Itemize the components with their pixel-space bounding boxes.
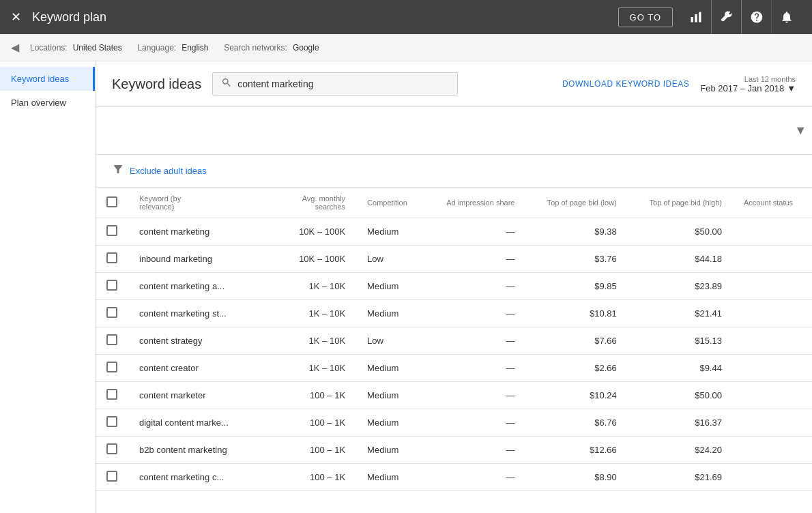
row-checkbox-0[interactable]	[106, 225, 117, 236]
row-checkbox-1[interactable]	[106, 252, 117, 263]
row-checkbox-4[interactable]	[106, 334, 117, 345]
row-ad-impression-0: —	[425, 218, 525, 246]
row-checkbox-5[interactable]	[106, 362, 117, 372]
row-keyword-7: digital content marke...	[128, 409, 280, 437]
date-range-select[interactable]: Feb 2017 – Jan 2018 ▼	[700, 83, 796, 93]
row-bid-low-6: $10.24	[525, 382, 627, 409]
row-account-4	[733, 327, 812, 355]
collapse-button[interactable]: ◀	[11, 41, 19, 54]
row-avg-3: 1K – 10K	[280, 300, 356, 327]
select-all-checkbox[interactable]	[106, 196, 117, 207]
row-competition-1: Low	[356, 246, 425, 273]
row-avg-8: 100 – 1K	[280, 437, 356, 464]
sidebar-item-keyword-ideas[interactable]: Keyword ideas	[0, 67, 95, 91]
separator-2	[214, 43, 219, 53]
row-bid-high-6: $50.00	[628, 382, 733, 409]
row-bid-low-5: $2.66	[525, 355, 627, 382]
svg-rect-0	[691, 17, 693, 23]
row-keyword-1: inbound marketing	[128, 246, 280, 273]
row-ad-impression-8: —	[425, 437, 525, 464]
row-checkbox-8[interactable]	[106, 443, 117, 454]
filter-bar: Exclude adult ideas	[96, 155, 812, 188]
row-keyword-2: content marketing a...	[128, 273, 280, 300]
row-bid-low-1: $3.76	[525, 246, 627, 273]
row-account-9	[733, 464, 812, 491]
row-bid-low-4: $7.66	[525, 327, 627, 355]
row-ad-impression-6: —	[425, 382, 525, 409]
row-checkbox-cell	[96, 437, 128, 464]
row-competition-2: Medium	[356, 273, 425, 300]
table-row: content marketer 100 – 1K Medium — $10.2…	[96, 382, 812, 409]
row-checkbox-cell	[96, 355, 128, 382]
row-bid-high-7: $16.37	[628, 409, 733, 437]
table-row: content marketing st... 1K – 10K Medium …	[96, 300, 812, 327]
search-box[interactable]	[212, 72, 458, 96]
header-account-status: Account status	[733, 188, 812, 218]
row-account-6	[733, 382, 812, 409]
row-avg-4: 1K – 10K	[280, 327, 356, 355]
row-checkbox-3[interactable]	[106, 307, 117, 318]
goto-button[interactable]: GO TO	[618, 8, 673, 27]
row-checkbox-9[interactable]	[106, 471, 117, 482]
search-input[interactable]	[237, 78, 449, 89]
row-ad-impression-7: —	[425, 409, 525, 437]
row-competition-5: Medium	[356, 355, 425, 382]
help-icon-button[interactable]	[741, 0, 771, 34]
chart-collapse-button[interactable]: ▼	[794, 123, 807, 138]
chevron-down-icon: ▼	[787, 83, 796, 93]
table-row: content marketing 10K – 100K Medium — $9…	[96, 218, 812, 246]
table-header-row: Keyword (byrelevance) Avg. monthlysearch…	[96, 188, 812, 218]
table-row: digital content marke... 100 – 1K Medium…	[96, 409, 812, 437]
bell-icon-button[interactable]	[771, 0, 801, 34]
separator-1	[128, 43, 132, 53]
row-bid-high-2: $23.89	[628, 273, 733, 300]
exclude-adult-ideas-link[interactable]: Exclude adult ideas	[130, 166, 207, 176]
header-bid-low: Top of page bid (low)	[525, 188, 627, 218]
table-row: b2b content marketing 100 – 1K Medium — …	[96, 437, 812, 464]
row-avg-7: 100 – 1K	[280, 409, 356, 437]
row-ad-impression-4: —	[425, 327, 525, 355]
table-row: content marketing a... 1K – 10K Medium —…	[96, 273, 812, 300]
chart-icon-button[interactable]	[681, 0, 711, 34]
row-competition-9: Medium	[356, 464, 425, 491]
top-header: ✕ Keyword plan GO TO	[0, 0, 812, 34]
filter-icon	[112, 163, 124, 179]
row-competition-7: Medium	[356, 409, 425, 437]
header-icons	[681, 0, 801, 34]
header-ad-impression: Ad impression share	[425, 188, 525, 218]
row-competition-4: Low	[356, 327, 425, 355]
download-button[interactable]: DOWNLOAD KEYWORD IDEAS	[562, 79, 689, 89]
date-range-value: Feb 2017 – Jan 2018	[700, 83, 784, 93]
row-checkbox-cell	[96, 409, 128, 437]
chart-area: ▼	[96, 107, 812, 155]
date-range-container: Last 12 months Feb 2017 – Jan 2018 ▼	[700, 75, 796, 93]
date-range-label: Last 12 months	[744, 75, 796, 83]
row-account-2	[733, 273, 812, 300]
row-competition-3: Medium	[356, 300, 425, 327]
wrench-icon-button[interactable]	[711, 0, 741, 34]
keywords-table: Keyword (byrelevance) Avg. monthlysearch…	[96, 188, 812, 491]
row-checkbox-7[interactable]	[106, 416, 117, 427]
keyword-ideas-header: Keyword ideas DOWNLOAD KEYWORD IDEAS Las…	[96, 61, 812, 107]
row-avg-2: 1K – 10K	[280, 273, 356, 300]
row-ad-impression-9: —	[425, 464, 525, 491]
sidebar-item-plan-overview[interactable]: Plan overview	[0, 91, 95, 115]
search-icon	[221, 77, 232, 91]
header-avg-monthly: Avg. monthlysearches	[280, 188, 356, 218]
row-avg-0: 10K – 100K	[280, 218, 356, 246]
close-button[interactable]: ✕	[11, 10, 21, 25]
row-competition-8: Medium	[356, 437, 425, 464]
row-keyword-9: content marketing c...	[128, 464, 280, 491]
row-keyword-8: b2b content marketing	[128, 437, 280, 464]
row-checkbox-2[interactable]	[106, 280, 117, 291]
row-competition-6: Medium	[356, 382, 425, 409]
header-competition: Competition	[356, 188, 425, 218]
header-keyword: Keyword (byrelevance)	[128, 188, 280, 218]
table-row: content marketing c... 100 – 1K Medium —…	[96, 464, 812, 491]
row-bid-low-3: $10.81	[525, 300, 627, 327]
header-bid-high: Top of page bid (high)	[628, 188, 733, 218]
table-row: content creator 1K – 10K Medium — $2.66 …	[96, 355, 812, 382]
row-checkbox-6[interactable]	[106, 389, 117, 400]
row-bid-low-9: $8.90	[525, 464, 627, 491]
sub-header: ◀ Locations: United States Language: Eng…	[0, 34, 812, 61]
